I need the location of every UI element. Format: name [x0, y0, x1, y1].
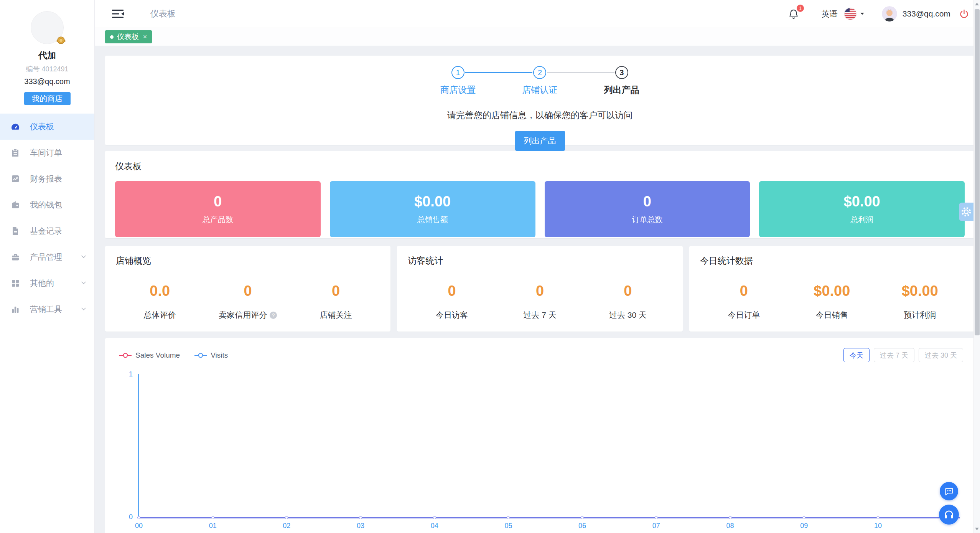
- sidebar-item-others[interactable]: 其他的: [0, 270, 94, 296]
- orders-clipboard-icon: [11, 148, 20, 157]
- logout-button[interactable]: [959, 9, 969, 19]
- list-products-button[interactable]: 列出产品: [515, 131, 565, 151]
- stat-value: 0: [700, 283, 788, 299]
- sidebar-item-financial-reports[interactable]: 财务报表: [0, 166, 94, 192]
- headset-icon: [943, 509, 955, 520]
- stat-value: 0: [496, 283, 584, 299]
- topbar-email: 333@qq.com: [903, 9, 950, 18]
- legend-visits[interactable]: Visits: [194, 351, 228, 360]
- x-axis-tick: 04: [431, 522, 438, 530]
- language-selector[interactable]: [844, 7, 864, 20]
- sidebar-item-fund-records[interactable]: 基金记录: [0, 218, 94, 244]
- stat-value: $0.00: [876, 283, 964, 299]
- sidebar-menu: 仪表板 车间订单 财务报表 我的钱包: [0, 114, 94, 322]
- legend-sales-volume[interactable]: Sales Volume: [119, 351, 180, 360]
- tab-active-dot-icon: [110, 35, 114, 39]
- products-briefcase-icon: [11, 252, 20, 262]
- tabbar: 仪表板 ×: [95, 28, 980, 46]
- wallet-icon: [11, 200, 20, 210]
- x-axis-tick: 05: [504, 522, 512, 530]
- topbar: 仪表板 1 英语: [95, 0, 980, 28]
- step-list-products[interactable]: 3 列出产品: [581, 66, 662, 96]
- us-flag-icon: [844, 7, 857, 20]
- stat-visitors-7-days: 0 过去 7 天: [496, 283, 584, 320]
- scrollbar[interactable]: [973, 0, 980, 533]
- marketing-bars-icon: [11, 305, 20, 314]
- stat-label: 今日销售: [816, 310, 848, 320]
- scroll-down-arrow-icon[interactable]: [975, 528, 979, 530]
- step-connector-pending: [547, 72, 614, 73]
- stat-card-total-products: 0 总产品数: [115, 181, 321, 237]
- stat-value: 0: [204, 283, 292, 299]
- panel-shop-overview: 店铺概览 0.0 总体评价 0 卖家信用评分? 0 店铺关注: [105, 246, 390, 332]
- sidebar: 代加 编号 4012491 333@qq.com 我的商店 仪表板 车间订单: [0, 0, 95, 533]
- settings-gear-button[interactable]: [959, 203, 973, 221]
- range-today-button[interactable]: 今天: [843, 348, 870, 362]
- tab-dashboard[interactable]: 仪表板 ×: [105, 30, 152, 43]
- scroll-up-arrow-icon[interactable]: [975, 3, 979, 5]
- sidebar-item-label: 营销工具: [30, 304, 62, 315]
- step-shop-verification[interactable]: 2 店铺认证: [499, 66, 581, 96]
- scrollbar-thumb[interactable]: [975, 9, 980, 335]
- stat-value: $0.00: [844, 193, 880, 210]
- sidebar-item-label: 车间订单: [30, 147, 62, 158]
- topbar-actions: 1 英语: [788, 6, 969, 21]
- tab-close-icon[interactable]: ×: [143, 33, 147, 41]
- x-axis-tick: 07: [652, 522, 660, 530]
- onboarding-message: 请完善您的店铺信息，以确保您的客户可以访问: [105, 109, 975, 121]
- stat-label: 预计利润: [904, 310, 936, 320]
- stat-label: 总产品数: [203, 215, 233, 225]
- notifications-button[interactable]: 1: [788, 8, 799, 20]
- chart-range-buttons: 今天 过去 7 天 过去 30 天: [843, 348, 963, 362]
- chevron-down-icon: [81, 305, 87, 314]
- stat-label: 总体评价: [144, 310, 176, 320]
- panel-title: 今日统计数据: [700, 255, 964, 267]
- panel-today-stats: 今日统计数据 0 今日订单 $0.00 今日销售 $0.00 预计利润: [689, 246, 975, 332]
- line-marker-icon: [194, 353, 207, 358]
- legend-label: Sales Volume: [135, 351, 180, 360]
- legend-label: Visits: [211, 351, 228, 360]
- stat-label: 订单总数: [632, 215, 662, 225]
- chevron-down-icon: [81, 279, 87, 288]
- stat-card-total-profit: $0.00 总利润: [759, 181, 965, 237]
- main-area: 仪表板 1 英语: [95, 0, 980, 533]
- sidebar-item-label: 仪表板: [30, 121, 54, 132]
- tab-label: 仪表板: [117, 32, 139, 42]
- stat-label: 今日访客: [436, 310, 468, 320]
- sidebar-item-my-wallet[interactable]: 我的钱包: [0, 192, 94, 218]
- customer-support-button[interactable]: [939, 505, 959, 525]
- x-axis-tick: 01: [209, 522, 217, 530]
- chart-plot-area: 1 0 00 01 0: [138, 374, 960, 518]
- sidebar-item-label: 我的钱包: [30, 200, 62, 210]
- x-axis-labels: 00 01 02 03 04 05 06 07 08 09 10: [139, 518, 960, 529]
- app-root: 代加 编号 4012491 333@qq.com 我的商店 仪表板 车间订单: [0, 0, 980, 533]
- content: 1 商店设置 2 店铺认证 3 列出产品 请完善您的店铺信息，以确保您的客: [95, 46, 980, 533]
- chat-button[interactable]: [940, 482, 958, 500]
- sidebar-item-marketing-tools[interactable]: 营销工具: [0, 296, 94, 322]
- avatar[interactable]: [31, 11, 64, 44]
- stat-value: 0: [214, 193, 222, 210]
- range-30-days-button[interactable]: 过去 30 天: [919, 348, 963, 362]
- sidebar-item-dashboard[interactable]: 仪表板: [0, 114, 94, 140]
- steps-wizard: 1 商店设置 2 店铺认证 3 列出产品: [417, 66, 663, 96]
- step-connector-done: [465, 72, 532, 73]
- dashboard-summary-card: 仪表板 0 总产品数 $0.00 总销售额 0 订单总数 $: [105, 151, 975, 238]
- menu-collapse-button[interactable]: [112, 9, 124, 19]
- stat-overall-rating: 0.0 总体评价: [116, 283, 204, 320]
- x-axis-tick: 09: [800, 522, 808, 530]
- step-shop-settings[interactable]: 1 商店设置: [417, 66, 499, 96]
- sidebar-item-workshop-orders[interactable]: 车间订单: [0, 140, 94, 166]
- range-7-days-button[interactable]: 过去 7 天: [874, 348, 914, 362]
- page-title: 仪表板: [150, 8, 176, 20]
- stat-label: 总利润: [850, 215, 873, 225]
- stat-visitors-30-days: 0 过去 30 天: [584, 283, 672, 320]
- help-icon[interactable]: ?: [270, 312, 277, 319]
- panel-title: 店铺概览: [116, 255, 380, 267]
- stat-value: 0.0: [116, 283, 204, 299]
- my-shop-button[interactable]: 我的商店: [24, 92, 71, 105]
- user-avatar[interactable]: [882, 6, 897, 21]
- stat-label: 今日订单: [728, 310, 760, 320]
- funds-document-icon: [11, 226, 20, 236]
- sidebar-item-product-management[interactable]: 产品管理: [0, 244, 94, 270]
- panel-title: 访客统计: [408, 255, 672, 267]
